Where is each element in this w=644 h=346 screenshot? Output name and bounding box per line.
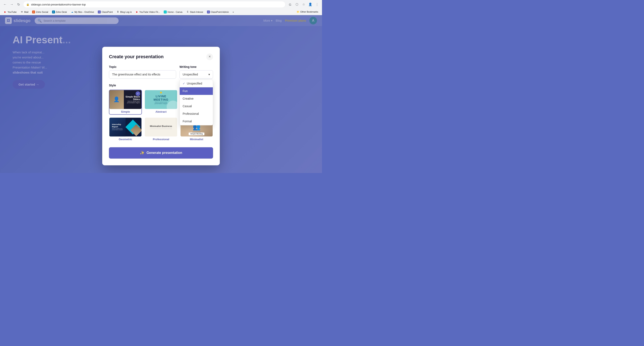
tone-option-unspecified[interactable]: ✓ Unspecified bbox=[180, 80, 213, 87]
generate-button[interactable]: ✨ Generate presentation bbox=[109, 147, 213, 158]
bookmark-label: Slack Inknoe bbox=[190, 11, 203, 13]
forward-button[interactable]: → bbox=[9, 2, 15, 7]
selected-check-icon: ✓ bbox=[136, 91, 140, 96]
tone-option-fun[interactable]: Fun bbox=[180, 87, 213, 95]
geometric-slide-preview: InternshipReport Here is where yourprese… bbox=[109, 117, 142, 136]
abstract-slide-preview: LIVINEMEETING Here is where yourpresenta… bbox=[145, 90, 177, 109]
bookmark-zoho-social[interactable]: Z Zoho Social bbox=[30, 10, 50, 14]
modal-title: Create your presentation bbox=[109, 54, 164, 60]
bookmark-blog[interactable]: B Blog Log in bbox=[115, 10, 134, 14]
style-card-simple[interactable]: 👤 Simple BlackSlides Here is where yourp… bbox=[109, 90, 142, 115]
style-label-geometric: Geometric bbox=[109, 138, 142, 142]
modal-close-button[interactable]: × bbox=[206, 53, 213, 60]
other-label: 📁 Other Bookmarks bbox=[296, 11, 318, 13]
tone-select[interactable]: Unspecified ▾ bbox=[180, 70, 213, 79]
style-card-abstract[interactable]: LIVINEMEETING Here is where yourpresenta… bbox=[144, 90, 177, 115]
blog-favicon: B bbox=[116, 11, 120, 14]
lock-icon: 🔒 bbox=[26, 3, 30, 6]
style-label-simple: Simple bbox=[109, 110, 142, 114]
bookmark-label: ClassPoint bbox=[102, 11, 113, 13]
browser-toolbar: ← → ↻ 🔒 slidesgo.com/ai-presentations#rs… bbox=[0, 0, 322, 9]
browser-chrome: ← → ↻ 🔒 slidesgo.com/ai-presentations#rs… bbox=[0, 0, 322, 15]
sparkle-icon: ✨ bbox=[140, 150, 144, 155]
option-label: Creative bbox=[182, 97, 194, 100]
tone-group: Writing tone Unspecified ▾ ✓ Unspecified… bbox=[180, 65, 213, 79]
bookmark-other[interactable]: 📁 Other Bookmarks bbox=[295, 10, 320, 14]
create-presentation-modal: Create your presentation × Topic Writing… bbox=[102, 47, 220, 165]
bookmark-youtube-files[interactable]: ▶ YouTube Video Fil... bbox=[134, 10, 162, 14]
bookmark-canva[interactable]: C Home - Canva bbox=[162, 10, 184, 14]
refresh-button[interactable]: ↻ bbox=[16, 2, 22, 7]
bookmarks-bar: ▶ YouTube ✉ Mail Z Zoho Social Z Zoho De… bbox=[0, 9, 322, 15]
form-row: Topic Writing tone Unspecified ▾ ✓ Unspe… bbox=[109, 65, 213, 79]
option-label: Professional bbox=[182, 112, 199, 115]
bookmark-slack[interactable]: S Slack Inknoe bbox=[184, 10, 205, 14]
bookmark-more[interactable]: » bbox=[231, 10, 236, 14]
bookmark-icon[interactable]: ☆ bbox=[300, 2, 306, 7]
bookmark-classpoint[interactable]: C ClassPoint bbox=[96, 10, 114, 14]
zoho-social-favicon: Z bbox=[32, 11, 35, 14]
simple-slide-preview: 👤 Simple BlackSlides Here is where yourp… bbox=[109, 90, 142, 109]
bookmark-label: Mail bbox=[24, 11, 28, 13]
option-label: Formal bbox=[182, 120, 192, 123]
canva-favicon: C bbox=[164, 11, 167, 14]
topic-group: Topic bbox=[109, 65, 176, 79]
back-button[interactable]: ← bbox=[2, 2, 8, 7]
modal-header: Create your presentation × bbox=[109, 53, 213, 60]
slack-favicon: S bbox=[186, 11, 189, 14]
bookmark-label: Blog Log in bbox=[120, 11, 132, 13]
url-text: slidesgo.com/ai-presentations#rs=banner-… bbox=[31, 3, 282, 6]
bookmark-label: Zoho Desk bbox=[56, 11, 67, 13]
zoho-desk-favicon: Z bbox=[52, 11, 55, 14]
yt-files-favicon: ▶ bbox=[136, 11, 138, 14]
more-label: » bbox=[232, 11, 234, 13]
check-icon: ✓ bbox=[182, 82, 185, 85]
classpoint-favicon: C bbox=[98, 11, 101, 14]
professional-slide-preview: Minimalist Business bbox=[145, 117, 177, 136]
nav-buttons: ← → ↻ bbox=[2, 2, 22, 7]
tone-current-value: Unspecified bbox=[182, 73, 198, 76]
menu-icon[interactable]: ⋮ bbox=[314, 2, 320, 7]
bookmark-label: Home - Canva bbox=[168, 11, 182, 13]
bookmark-label: YouTube bbox=[8, 11, 16, 13]
extensions-icon[interactable]: ⬡ bbox=[294, 2, 300, 7]
generate-label: Generate presentation bbox=[146, 151, 182, 155]
style-card-geometric[interactable]: InternshipReport Here is where yourprese… bbox=[109, 117, 142, 142]
topic-label: Topic bbox=[109, 65, 176, 69]
style-label-professional: Professional bbox=[145, 138, 177, 142]
tone-option-professional[interactable]: Professional bbox=[180, 110, 213, 117]
bookmark-classpoint-admin[interactable]: C ClassPoint Admin bbox=[205, 10, 230, 14]
youtube-favicon: ▶ bbox=[4, 11, 7, 14]
style-label-abstract: Abstract bbox=[145, 110, 177, 114]
style-label-minimalist: Minimalist bbox=[180, 138, 213, 142]
bookmark-mail[interactable]: ✉ Mail bbox=[19, 10, 30, 14]
tone-option-creative[interactable]: Creative bbox=[180, 95, 213, 102]
option-label: Unspecified bbox=[187, 82, 202, 85]
mail-favicon: ✉ bbox=[20, 11, 23, 14]
page-background: 🖼 slidesgo 🔍 More ▾ Blog Premium plans A… bbox=[0, 15, 322, 173]
profile-icon[interactable]: 👤 bbox=[307, 2, 313, 7]
tone-option-casual[interactable]: Casual bbox=[180, 102, 213, 110]
bookmark-label: Zoho Social bbox=[36, 11, 48, 13]
toolbar-icons: G ⬡ ☆ 👤 ⋮ bbox=[287, 2, 320, 7]
bookmark-zoho-desk[interactable]: Z Zoho Desk bbox=[50, 10, 69, 14]
bookmark-label: YouTube Video Fil... bbox=[140, 11, 160, 13]
google-icon[interactable]: G bbox=[287, 2, 293, 7]
style-card-professional[interactable]: Minimalist Business Professional bbox=[144, 117, 177, 142]
chevron-down-icon: ▾ bbox=[208, 73, 210, 76]
option-label: Casual bbox=[182, 104, 192, 108]
option-label: Fun bbox=[182, 89, 188, 93]
tone-option-formal[interactable]: Formal bbox=[180, 117, 213, 125]
bookmark-label: My files - OneDrive bbox=[74, 11, 94, 13]
cp-admin-favicon: C bbox=[207, 11, 210, 14]
tone-dropdown: ✓ Unspecified Fun Creative Casual Profes… bbox=[180, 79, 213, 125]
topic-input[interactable] bbox=[109, 70, 176, 79]
bookmark-youtube[interactable]: ▶ YouTube bbox=[2, 10, 18, 14]
bookmark-onedrive[interactable]: ☁ My files - OneDrive bbox=[69, 10, 96, 14]
onedrive-favicon: ☁ bbox=[71, 11, 74, 14]
bookmark-label: ClassPoint Admin bbox=[211, 11, 229, 13]
tone-label: Writing tone bbox=[180, 65, 213, 69]
address-bar[interactable]: 🔒 slidesgo.com/ai-presentations#rs=banne… bbox=[23, 1, 286, 8]
